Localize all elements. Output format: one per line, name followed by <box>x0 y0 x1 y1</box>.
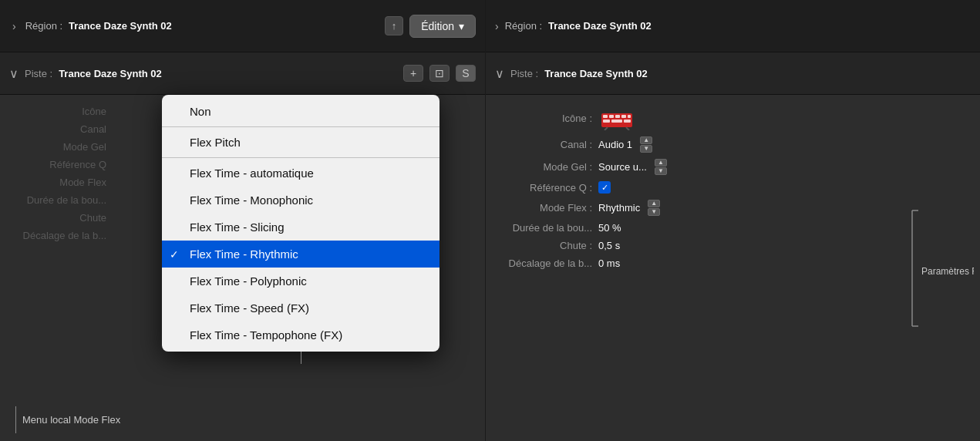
right-region-name: Trance Daze Synth 02 <box>548 20 652 32</box>
mode-flex-value-area: Rhythmic ▲ ▼ <box>598 200 660 216</box>
reference-q-label: Référence Q : <box>498 182 598 194</box>
mode-gel-label: Mode Gel : <box>498 161 598 173</box>
left-panel: › Région : Trance Daze Synth 02 ↑ Éditio… <box>0 0 486 441</box>
edition-button[interactable]: Édition ▾ <box>409 15 476 38</box>
caption-text: Menu local Mode Flex <box>22 414 120 426</box>
menu-item-non[interactable]: Non <box>162 98 439 125</box>
left-track-chevron[interactable]: ∨ <box>9 66 19 81</box>
mode-gel-stepper-up[interactable]: ▲ <box>655 159 667 167</box>
edition-dropdown-arrow: ▾ <box>459 20 464 32</box>
flex-params-bracket-svg: Paramètres Flex <box>904 207 974 330</box>
right-track-name: Trance Daze Synth 02 <box>544 68 648 79</box>
right-panel: › Région : Trance Daze Synth 02 ∨ Piste … <box>486 0 980 441</box>
edition-label: Édition <box>421 20 454 32</box>
divider-1 <box>162 126 439 127</box>
menu-item-flex-time-tempo[interactable]: Flex Time - Tempophone (FX) <box>162 321 439 348</box>
mode-gel-row: Mode Gel : Source u... ▲ ▼ <box>498 156 968 178</box>
chute-label: Chute : <box>498 240 598 251</box>
mode-flex-value: Rhythmic <box>598 202 640 214</box>
up-arrow-button[interactable]: ↑ <box>385 16 404 35</box>
left-region-label: Région : <box>25 20 62 32</box>
canal-stepper-down[interactable]: ▼ <box>640 145 652 153</box>
non-label: Non <box>190 105 211 118</box>
right-properties-area: Icône : <box>486 95 980 441</box>
divider-2 <box>162 157 439 158</box>
chute-value: 0,5 s <box>598 240 620 251</box>
left-chevron-icon[interactable]: › <box>9 17 19 35</box>
mode-flex-row: Mode Flex : Rhythmic ▲ ▼ <box>498 197 968 219</box>
menu-item-flex-time-speed[interactable]: Flex Time - Speed (FX) <box>162 295 439 321</box>
svg-text:Paramètres Flex: Paramètres Flex <box>921 266 974 277</box>
decalage-row: Décalage de la b... 0 ms <box>498 254 968 272</box>
svg-rect-1 <box>603 115 608 118</box>
right-region-label: Région : <box>505 20 542 32</box>
duree-row: Durée de la bou... 50 % <box>498 219 968 237</box>
left-top-bar: › Région : Trance Daze Synth 02 ↑ Éditio… <box>0 0 485 52</box>
flex-time-mono-label: Flex Time - Monophonic <box>190 194 313 207</box>
canal-value: Audio 1 <box>598 139 632 150</box>
flex-time-slicing-label: Flex Time - Slicing <box>190 220 285 234</box>
dropdown-anchor-line <box>301 352 301 364</box>
decalage-value-area: 0 ms <box>598 258 620 269</box>
menu-item-flex-time-rhythmic[interactable]: ✓ Flex Time - Rhythmic <box>162 241 439 268</box>
right-track-bar: ∨ Piste : Trance Daze Synth 02 <box>486 52 980 95</box>
reference-q-checkbox[interactable]: ✓ <box>598 181 611 194</box>
add-button[interactable]: + <box>403 65 423 82</box>
reference-q-row: Référence Q : ✓ <box>498 178 968 197</box>
icone-row: Icône : <box>498 103 968 133</box>
svg-rect-8 <box>624 120 631 123</box>
svg-rect-5 <box>628 115 631 118</box>
menu-item-flex-time-mono[interactable]: Flex Time - Monophonic <box>162 187 439 214</box>
mode-flex-stepper[interactable]: ▲ ▼ <box>648 200 660 216</box>
decalage-value: 0 ms <box>598 258 620 269</box>
menu-item-flex-time-auto[interactable]: Flex Time - automatique <box>162 160 439 187</box>
bottom-caption-area: Menu local Mode Flex <box>0 395 485 441</box>
canal-stepper[interactable]: ▲ ▼ <box>640 136 652 153</box>
canal-row: Canal : Audio 1 ▲ ▼ <box>498 133 968 156</box>
menu-item-flex-time-slicing[interactable]: Flex Time - Slicing <box>162 214 439 241</box>
flex-pitch-label: Flex Pitch <box>190 136 241 149</box>
svg-line-10 <box>626 127 629 130</box>
flex-mode-dropdown: Non Flex Pitch Flex Time - automatique F… <box>162 95 439 364</box>
copy-button[interactable]: ⊡ <box>429 65 450 82</box>
left-track-label: Piste : <box>25 68 52 79</box>
duree-label: Durée de la bou... <box>498 222 598 234</box>
flex-time-tempo-label: Flex Time - Tempophone (FX) <box>190 328 342 342</box>
caption-line <box>15 406 16 433</box>
svg-rect-4 <box>621 115 626 118</box>
left-region-name: Trance Daze Synth 02 <box>69 20 172 32</box>
decalage-label: Décalage de la b... <box>498 258 598 269</box>
mode-flex-stepper-up[interactable]: ▲ <box>648 200 660 207</box>
right-top-bar: › Région : Trance Daze Synth 02 <box>486 0 980 52</box>
right-track-chevron[interactable]: ∨ <box>495 66 504 81</box>
flex-time-auto-label: Flex Time - automatique <box>190 167 314 180</box>
checkmark-icon: ✓ <box>170 248 179 261</box>
svg-rect-3 <box>615 115 620 118</box>
flex-time-speed-label: Flex Time - Speed (FX) <box>190 301 309 315</box>
dropdown-menu: Non Flex Pitch Flex Time - automatique F… <box>162 95 439 352</box>
keyboard-icon <box>598 106 635 130</box>
duree-value: 50 % <box>598 222 621 234</box>
up-arrow-icon: ↑ <box>392 20 397 32</box>
chute-value-area: 0,5 s <box>598 240 620 251</box>
mode-flex-label: Mode Flex : <box>498 202 598 214</box>
left-track-name: Trance Daze Synth 02 <box>59 68 162 79</box>
svg-line-9 <box>605 127 608 130</box>
mode-gel-stepper[interactable]: ▲ ▼ <box>655 159 667 175</box>
svg-rect-6 <box>603 120 610 123</box>
mode-flex-stepper-down[interactable]: ▼ <box>648 208 660 216</box>
canal-stepper-up[interactable]: ▲ <box>640 136 652 144</box>
flex-time-rhythmic-label: Flex Time - Rhythmic <box>190 247 298 261</box>
canal-label: Canal : <box>498 139 598 150</box>
s-button[interactable]: S <box>456 65 476 82</box>
right-chevron-icon[interactable]: › <box>495 20 499 32</box>
left-track-bar: ∨ Piste : Trance Daze Synth 02 + ⊡ S <box>0 52 485 95</box>
icone-value <box>598 106 635 130</box>
canal-value-area: Audio 1 ▲ ▼ <box>598 136 652 153</box>
duree-value-area: 50 % <box>598 222 621 234</box>
right-track-label: Piste : <box>510 68 538 79</box>
mode-gel-stepper-down[interactable]: ▼ <box>655 167 667 175</box>
menu-item-flex-time-poly[interactable]: Flex Time - Polyphonic <box>162 268 439 295</box>
chute-row: Chute : 0,5 s <box>498 237 968 254</box>
menu-item-flex-pitch[interactable]: Flex Pitch <box>162 129 439 156</box>
